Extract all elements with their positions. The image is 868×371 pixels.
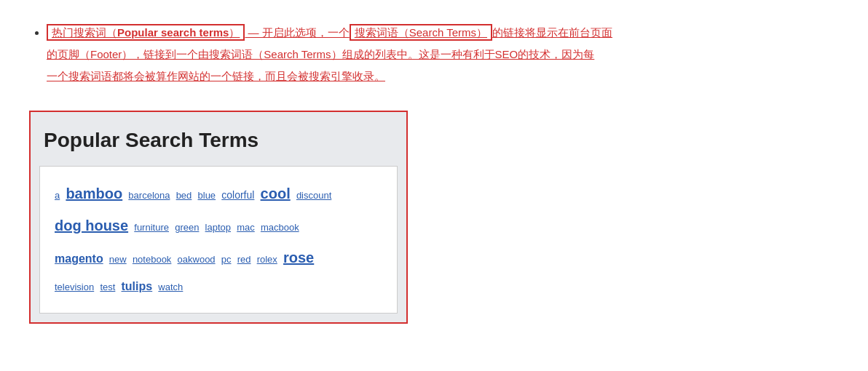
term-pc[interactable]: pc bbox=[221, 254, 232, 265]
term-green[interactable]: green bbox=[175, 222, 199, 233]
terms-line-2: dog house furniture green laptop mac mac… bbox=[55, 212, 382, 239]
term-furniture[interactable]: furniture bbox=[134, 222, 169, 233]
term-rolex[interactable]: rolex bbox=[257, 254, 277, 265]
term-oakwood[interactable]: oakwood bbox=[178, 254, 216, 265]
term-magento[interactable]: magento bbox=[55, 252, 103, 265]
term-cool[interactable]: cool bbox=[261, 186, 291, 202]
term-bed[interactable]: bed bbox=[176, 190, 192, 201]
term-red[interactable]: red bbox=[237, 254, 251, 265]
term-tulips[interactable]: tulips bbox=[122, 280, 153, 292]
term-blue[interactable]: blue bbox=[198, 190, 216, 201]
term-macbook[interactable]: macbook bbox=[261, 222, 299, 233]
term-mac[interactable]: mac bbox=[237, 222, 255, 233]
term-new[interactable]: new bbox=[109, 254, 127, 265]
term-discount[interactable]: discount bbox=[296, 190, 331, 201]
term-notebook[interactable]: notebook bbox=[133, 254, 172, 265]
description-list: 热门搜索词（Popular search terms） — 开启此选项，一个搜索… bbox=[29, 22, 839, 87]
widget-title: Popular Search Terms bbox=[31, 112, 406, 166]
term-dog-house[interactable]: dog house bbox=[55, 218, 128, 234]
term-rose[interactable]: rose bbox=[283, 250, 314, 266]
term-watch[interactable]: watch bbox=[158, 282, 183, 292]
term-colorful[interactable]: colorful bbox=[221, 189, 254, 201]
term-barcelona[interactable]: barcelona bbox=[128, 190, 170, 201]
terms-line-1: a bamboo barcelona bed blue colorful coo… bbox=[55, 180, 382, 207]
term-bamboo[interactable]: bamboo bbox=[66, 186, 122, 202]
search-terms-label: 搜索词语（Search Terms） bbox=[350, 24, 492, 41]
popular-search-terms-label: 热门搜索词（Popular search terms） bbox=[47, 24, 245, 41]
description-item: 热门搜索词（Popular search terms） — 开启此选项，一个搜索… bbox=[47, 22, 839, 87]
terms-line-3: magento new notebook oakwood pc red role… bbox=[55, 244, 382, 271]
term-television[interactable]: television bbox=[55, 282, 94, 292]
term-laptop[interactable]: laptop bbox=[205, 222, 231, 233]
widget-inner: a bamboo barcelona bed blue colorful coo… bbox=[39, 166, 398, 313]
description-text: 热门搜索词（Popular search terms） — 开启此选项，一个搜索… bbox=[47, 24, 612, 82]
term-test[interactable]: test bbox=[100, 282, 115, 292]
term-a[interactable]: a bbox=[55, 190, 60, 201]
description-section: 热门搜索词（Popular search terms） — 开启此选项，一个搜索… bbox=[29, 22, 839, 87]
popular-search-terms-widget: Popular Search Terms a bamboo barcelona … bbox=[29, 111, 408, 324]
terms-line-4: television test tulips watch bbox=[55, 276, 382, 298]
